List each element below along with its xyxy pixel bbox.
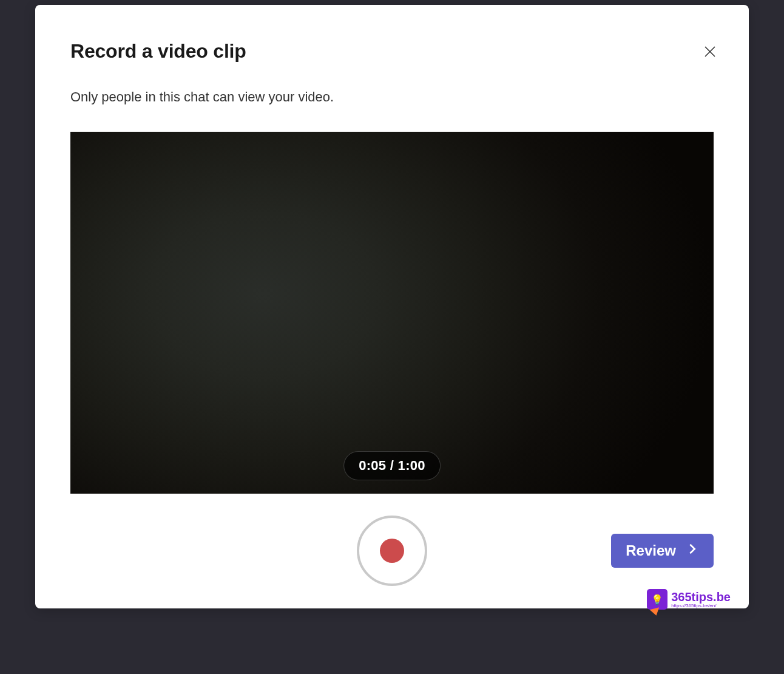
watermark-text: 365tips.be <box>671 591 731 603</box>
dialog-subtitle: Only people in this chat can view your v… <box>70 89 714 105</box>
watermark-text-group: 365tips.be https://365tips.be/en/ <box>671 591 731 608</box>
video-preview: 0:05 / 1:00 <box>70 132 714 494</box>
dialog-header: Record a video clip <box>70 40 714 63</box>
controls-row: Review <box>70 516 714 586</box>
record-button[interactable] <box>357 516 427 586</box>
review-button[interactable]: Review <box>611 534 714 568</box>
watermark-subtext: https://365tips.be/en/ <box>671 604 731 608</box>
review-button-label: Review <box>626 542 676 559</box>
chevron-right-icon <box>686 542 699 559</box>
watermark: 💡 365tips.be https://365tips.be/en/ <box>647 589 731 610</box>
close-icon <box>703 44 717 61</box>
record-video-dialog: Record a video clip Only people in this … <box>35 5 749 608</box>
close-button[interactable] <box>701 44 718 61</box>
dialog-title: Record a video clip <box>70 40 246 63</box>
watermark-logo-icon: 💡 <box>647 589 667 610</box>
recording-timer: 0:05 / 1:00 <box>343 451 441 480</box>
record-icon <box>380 539 404 563</box>
